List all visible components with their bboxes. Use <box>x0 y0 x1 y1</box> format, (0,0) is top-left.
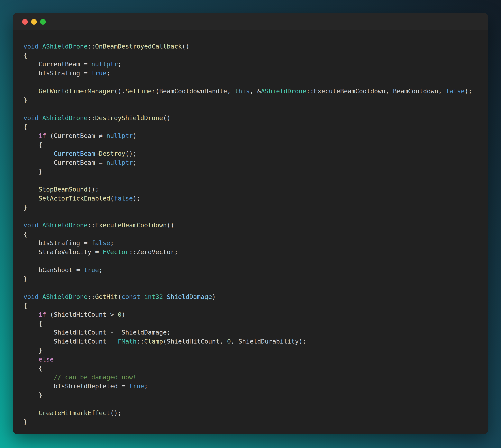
code-line: CurrentBeam→Destroy(); <box>23 149 480 158</box>
code-token <box>23 132 39 140</box>
code-line: SetActorTickEnabled(false); <box>23 194 480 203</box>
code-token: ; <box>110 239 114 247</box>
code-line <box>23 176 480 185</box>
code-token: () <box>163 114 171 122</box>
code-token: , & <box>250 87 261 95</box>
code-token: } <box>23 347 42 354</box>
code-token: void <box>23 43 39 50</box>
code-token: ; <box>118 61 122 68</box>
code-token: CurrentBeam = <box>23 159 106 166</box>
code-token: } <box>23 168 42 175</box>
code-line: { <box>23 364 480 373</box>
code-token <box>163 293 167 301</box>
code-token: ExecuteBeamCooldown <box>95 222 167 229</box>
code-line: StrafeVelocity = FVector::ZeroVector; <box>23 248 480 257</box>
code-token: ) <box>122 311 125 318</box>
code-token: DestroyShieldDrone <box>95 114 163 122</box>
code-token <box>23 409 39 417</box>
code-line: CurrentBeam = nullptr; <box>23 60 480 69</box>
code-token: void <box>23 293 39 301</box>
code-line <box>23 257 480 266</box>
code-editor-window: void AShieldDrone::OnBeamDestroyedCallba… <box>13 13 488 434</box>
code-token: CurrentBeam = <box>23 61 91 68</box>
code-token: (); <box>110 409 122 417</box>
code-token: void <box>23 222 39 229</box>
code-line <box>23 400 480 409</box>
code-token: (); <box>125 150 137 157</box>
code-line: } <box>23 346 480 355</box>
code-token <box>23 150 54 157</box>
code-token: , ShieldDurability); <box>231 338 306 345</box>
code-token: ; <box>106 69 110 77</box>
code-token: int32 <box>144 293 163 301</box>
code-token: ) <box>133 132 137 140</box>
code-token: void <box>23 114 39 122</box>
code-line: bCanShoot = true; <box>23 266 480 275</box>
code-token: { <box>23 302 27 309</box>
code-token: } <box>23 418 27 426</box>
code-line: { <box>23 301 480 310</box>
code-token: :: <box>88 222 95 229</box>
code-line: ShieldHitCount = FMath::Clamp(ShieldHitC… <box>23 337 480 346</box>
code-token: true <box>129 383 144 390</box>
code-token: (ShieldHitCount > <box>46 311 118 318</box>
code-token: Destroy <box>99 150 125 157</box>
code-line: else <box>23 355 480 364</box>
code-token <box>39 43 42 50</box>
minimize-window-button[interactable] <box>31 19 37 25</box>
code-token <box>23 311 39 318</box>
code-token: bIsShieldDepleted = <box>23 383 129 390</box>
code-token <box>39 222 42 229</box>
close-window-button[interactable] <box>22 19 28 25</box>
code-token: true <box>91 69 106 77</box>
code-line: void AShieldDrone::ExecuteBeamCooldown() <box>23 221 480 230</box>
code-token: :: <box>137 338 144 345</box>
code-line: } <box>23 274 480 284</box>
code-line: { <box>23 319 480 328</box>
code-token: GetWorldTimerManager <box>39 87 114 95</box>
code-token: if <box>39 132 46 140</box>
code-token: ); <box>133 195 141 202</box>
code-line: if (ShieldHitCount > 0) <box>23 310 480 319</box>
code-token: () <box>182 43 189 50</box>
code-token: ::ZeroVector; <box>129 248 178 256</box>
code-token <box>39 293 42 301</box>
code-token: ; <box>133 159 137 166</box>
code-token <box>23 87 39 95</box>
code-token: bIsStrafing = <box>23 239 91 247</box>
code-line: bIsStrafing = true; <box>23 69 480 78</box>
code-line <box>23 212 480 221</box>
code-token: FMath <box>118 338 137 345</box>
code-token: nullptr <box>91 61 118 68</box>
code-token: { <box>23 52 27 59</box>
code-line: void AShieldDrone::DestroyShieldDrone() <box>23 114 480 123</box>
code-line: StopBeamSound(); <box>23 185 480 194</box>
code-token: { <box>23 320 42 327</box>
code-token: (); <box>88 186 99 193</box>
code-token: SetTimer <box>125 87 155 95</box>
code-line: } <box>23 203 480 212</box>
code-token: ::ExecuteBeamCooldown, BeamCooldown, <box>306 87 446 95</box>
code-token: AShieldDrone <box>261 87 306 95</box>
code-token: else <box>39 356 54 363</box>
code-line: bIsShieldDepleted = true; <box>23 382 480 391</box>
code-token: false <box>91 239 110 247</box>
code-token: (CurrentBeam ≠ <box>46 132 106 140</box>
code-token: ( <box>118 293 122 301</box>
code-token: ; <box>99 266 103 274</box>
code-line <box>23 78 480 87</box>
window-titlebar <box>13 13 488 30</box>
code-token: ShieldDamage <box>167 293 212 301</box>
code-line: GetWorldTimerManager().SetTimer(BeamCool… <box>23 87 480 96</box>
code-token <box>23 186 39 193</box>
code-token: ShieldHitCount -= ShieldDamage; <box>23 329 170 336</box>
code-token: ); <box>465 87 472 95</box>
code-token: (). <box>114 87 125 95</box>
code-token: bIsStrafing = <box>23 69 91 77</box>
code-token: } <box>23 275 27 283</box>
code-line: } <box>23 417 480 427</box>
code-token: AShieldDrone <box>42 293 87 301</box>
code-token: // can be damaged now! <box>54 373 137 381</box>
zoom-window-button[interactable] <box>40 19 46 25</box>
code-line: { <box>23 51 480 60</box>
